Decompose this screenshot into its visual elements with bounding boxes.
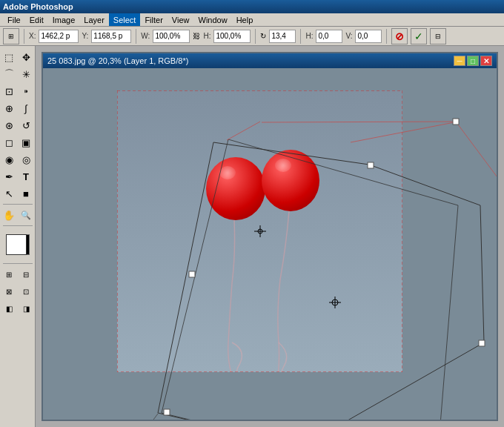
w-label: W:: [141, 32, 150, 40]
h-label: H:: [203, 32, 210, 40]
tool-row-13: ◧ ◨: [1, 300, 34, 317]
type-tool[interactable]: T: [18, 168, 34, 185]
canvas-area: 25 083.jpg @ 20,3% (Layer 1, RGB/8*) ─ □…: [36, 46, 504, 427]
handle-left-mid: [189, 271, 195, 277]
menu-view[interactable]: View: [168, 13, 194, 26]
history-brush-tool[interactable]: ↺: [18, 117, 34, 133]
warp-button[interactable]: ⊟: [430, 28, 446, 44]
close-button[interactable]: ✕: [480, 56, 492, 66]
foreground-color-swatch[interactable]: [6, 234, 27, 255]
move-tool[interactable]: ✥: [18, 49, 34, 65]
svg-line-10: [262, 122, 456, 122]
eraser-tool[interactable]: ◻: [1, 134, 17, 150]
tool-row-11: ⊞ ⊟: [1, 266, 34, 282]
separator-2: [136, 29, 136, 44]
restore-button[interactable]: □: [467, 56, 479, 66]
w-input[interactable]: [153, 30, 190, 43]
minimize-button[interactable]: ─: [454, 56, 465, 66]
tool-row-10: ✋ 🔍: [1, 207, 34, 223]
tool-separator-1: [3, 204, 33, 205]
separator-1: [24, 29, 24, 44]
tool-row-12: ⊠ ⊡: [1, 283, 34, 299]
h-skew-label: H:: [305, 32, 313, 40]
cancel-transform-button[interactable]: ⊘: [391, 28, 408, 44]
screen-mode-1[interactable]: ⊞: [1, 266, 17, 282]
magic-wand-tool[interactable]: ✳: [18, 66, 34, 82]
handle-bottom-left: [164, 409, 170, 415]
healing-tool[interactable]: ⊕: [1, 100, 17, 116]
menu-layer[interactable]: Layer: [79, 13, 109, 26]
menu-image[interactable]: Image: [48, 13, 80, 26]
clone-stamp-tool[interactable]: ⊛: [1, 117, 17, 133]
svg-line-6: [227, 122, 260, 140]
tool-row-6: ◻ ▣: [1, 134, 34, 150]
toolbar: ⬚ ✥ ⌒ ✳ ⊡ ⁍ ⊕ ∫ ⊛ ↺ ◻ ▣ ◉ ◎ ✒ T: [0, 46, 36, 427]
document-title: 25 083.jpg @ 20,3% (Layer 1, RGB/8*): [47, 56, 188, 65]
tool-row-5: ⊛ ↺: [1, 117, 34, 133]
menu-bar: File Edit Image Layer Select Filter View…: [0, 13, 504, 27]
menu-help[interactable]: Help: [232, 13, 258, 26]
tool-row-2: ⌒ ✳: [1, 66, 34, 82]
zoom-tool[interactable]: 🔍: [18, 207, 34, 223]
document-titlebar-buttons: ─ □ ✕: [454, 56, 492, 66]
handle-top-far-right: [453, 119, 459, 125]
tool-row-4: ⊕ ∫: [1, 100, 34, 116]
v-skew-input[interactable]: [355, 30, 382, 43]
marquee-tool[interactable]: ⬚: [1, 49, 17, 65]
h-skew-input[interactable]: [316, 30, 342, 43]
menu-filter[interactable]: Filter: [140, 13, 167, 26]
separator-4: [300, 29, 301, 44]
screen-mode-3[interactable]: ⊠: [1, 283, 17, 299]
y-label: Y:: [82, 32, 88, 40]
crop-tool[interactable]: ⊡: [1, 83, 17, 99]
h-input[interactable]: [213, 30, 251, 43]
svg-line-11: [456, 122, 497, 203]
transform-options-icon[interactable]: ⊞: [3, 28, 19, 44]
tool-separator-2: [3, 225, 33, 226]
handle-right-mid: [479, 340, 485, 346]
x-input[interactable]: [39, 30, 79, 43]
screen-mode-4[interactable]: ⊡: [18, 283, 34, 299]
svg-line-8: [117, 414, 158, 420]
app-title: Adobe Photoshop: [3, 2, 73, 11]
link-proportions-icon[interactable]: ⛓: [193, 32, 200, 40]
screen-mode-2[interactable]: ⊟: [18, 266, 34, 282]
hand-tool[interactable]: ✋: [1, 207, 17, 223]
transform-overlay-svg: [43, 68, 497, 420]
options-bar: ⊞ X: Y: W: ⛓ H: ↻ H: V: ⊘ ✓ ⊟: [0, 27, 504, 46]
rotation-input[interactable]: [269, 30, 296, 43]
document-window: 25 083.jpg @ 20,3% (Layer 1, RGB/8*) ─ □…: [42, 52, 498, 421]
tool-row-3: ⊡ ⁍: [1, 83, 34, 99]
menu-select[interactable]: Select: [109, 13, 141, 26]
menu-window[interactable]: Window: [194, 13, 232, 26]
quick-mask-2[interactable]: ◨: [18, 300, 34, 317]
eyedropper-tool[interactable]: ⁍: [18, 83, 34, 99]
separator-3: [255, 29, 256, 44]
commit-transform-button[interactable]: ✓: [411, 28, 427, 44]
brush-tool[interactable]: ∫: [18, 100, 34, 116]
title-bar: Adobe Photoshop: [0, 0, 504, 13]
y-input[interactable]: [91, 30, 131, 43]
v-skew-label: V:: [345, 32, 352, 40]
document-content: [43, 68, 497, 420]
tool-row-9: ↖ ■: [1, 185, 34, 202]
dodge-tool[interactable]: ◎: [18, 151, 34, 168]
menu-file[interactable]: File: [3, 13, 25, 26]
x-label: X:: [29, 32, 36, 40]
svg-line-7: [351, 122, 458, 142]
handle-top-right: [368, 162, 374, 168]
color-swatch[interactable]: [3, 231, 33, 258]
lasso-tool[interactable]: ⌒: [1, 66, 17, 82]
tool-separator-3: [3, 263, 33, 264]
svg-marker-5: [162, 139, 458, 420]
gradient-tool[interactable]: ▣: [18, 134, 34, 150]
quick-mask-1[interactable]: ◧: [1, 300, 17, 317]
tool-row-8: ✒ T: [1, 168, 34, 185]
blur-tool[interactable]: ◉: [1, 151, 17, 168]
menu-edit[interactable]: Edit: [25, 13, 48, 26]
main-area: ⬚ ✥ ⌒ ✳ ⊡ ⁍ ⊕ ∫ ⊛ ↺ ◻ ▣ ◉ ◎ ✒ T: [0, 46, 504, 427]
pen-tool[interactable]: ✒: [1, 168, 17, 185]
path-selection-tool[interactable]: ↖: [1, 185, 17, 202]
shape-tool[interactable]: ■: [18, 185, 34, 202]
separator-5: [386, 29, 387, 44]
